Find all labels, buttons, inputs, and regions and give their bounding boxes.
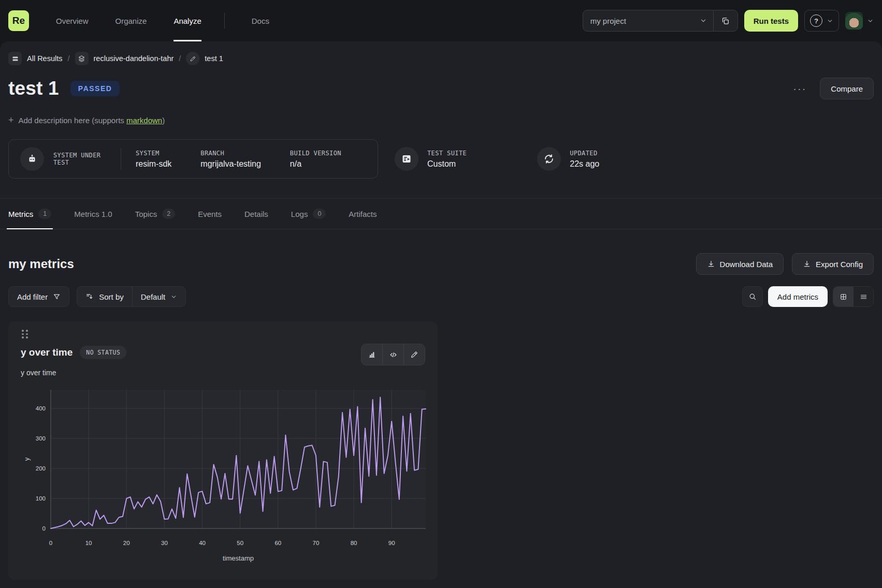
system-value: resim-sdk xyxy=(136,159,171,169)
nav-item-analyze[interactable]: Analyze xyxy=(173,0,201,41)
edit-metric-button[interactable] xyxy=(404,344,425,365)
add-metrics-button[interactable]: Add metrics xyxy=(768,286,828,307)
bar-chart-icon xyxy=(368,350,376,359)
test-suite-icon xyxy=(395,147,418,171)
system-under-test-card: SYSTEM UNDER TEST SYSTEM resim-sdk BRANC… xyxy=(8,139,378,179)
nav-item-overview[interactable]: Overview xyxy=(56,0,89,41)
tab-topics[interactable]: Topics2 xyxy=(135,199,175,229)
chevron-down-icon xyxy=(827,18,833,24)
tab-logs-count: 0 xyxy=(313,209,326,219)
svg-text:100: 100 xyxy=(36,495,46,501)
list-icon xyxy=(860,293,867,301)
tab-artifacts[interactable]: Artifacts xyxy=(349,199,377,229)
help-icon: ? xyxy=(810,14,822,27)
user-menu[interactable] xyxy=(845,10,874,32)
tab-metrics-count: 1 xyxy=(38,209,51,219)
system-label: SYSTEM xyxy=(136,150,171,157)
build-version-value: n/a xyxy=(290,159,341,169)
svg-text:0: 0 xyxy=(42,525,46,532)
tab-metrics-1-0[interactable]: Metrics 1.0 xyxy=(74,199,112,229)
code-icon xyxy=(389,350,398,359)
tab-events[interactable]: Events xyxy=(198,199,222,229)
export-config-button[interactable]: Export Config xyxy=(792,253,874,275)
summary-build-version: BUILD VERSION n/a xyxy=(290,150,341,169)
project-selector[interactable]: my project xyxy=(583,10,738,32)
add-filter-button[interactable]: Add filter xyxy=(8,286,69,307)
copy-project-icon[interactable] xyxy=(714,17,738,25)
system-under-test-label: SYSTEM UNDER TEST xyxy=(53,152,109,166)
drag-handle-icon[interactable] xyxy=(22,330,29,339)
summary-branch: BRANCH mgrijalva-testing xyxy=(200,150,261,169)
svg-text:60: 60 xyxy=(274,540,281,546)
line-chart[interactable]: 01020304050607080900100200300400timestam… xyxy=(21,382,435,566)
plus-icon: + xyxy=(8,115,14,126)
search-button[interactable] xyxy=(742,286,763,307)
tab-topics-count: 2 xyxy=(162,209,175,219)
tab-details[interactable]: Details xyxy=(244,199,268,229)
markdown-link[interactable]: markdown xyxy=(126,116,162,125)
app-logo[interactable]: Re xyxy=(8,10,29,31)
main-panel: All Results / reclusive-dandelion-tahr /… xyxy=(0,41,882,588)
sort-icon xyxy=(85,292,94,301)
updated-block: UPDATED 22s ago xyxy=(537,139,599,179)
metric-card: y over time NO STATUS y over time 010203… xyxy=(8,321,438,580)
branch-value: mgrijalva-testing xyxy=(200,159,261,169)
breadcrumb: All Results / reclusive-dandelion-tahr /… xyxy=(8,41,874,65)
svg-text:y: y xyxy=(23,457,31,461)
download-icon xyxy=(707,260,715,268)
tab-logs[interactable]: Logs0 xyxy=(291,199,326,229)
svg-text:30: 30 xyxy=(161,540,168,546)
help-menu[interactable]: ? xyxy=(804,10,839,32)
add-description[interactable]: + Add description here (supports markdow… xyxy=(8,115,874,126)
svg-text:0: 0 xyxy=(49,540,52,546)
grid-icon xyxy=(840,293,847,301)
svg-text:50: 50 xyxy=(237,540,243,546)
svg-text:300: 300 xyxy=(36,435,46,441)
test-suite-block: TEST SUITE Custom xyxy=(395,139,467,179)
chart-subtitle: y over time xyxy=(21,369,425,377)
build-version-label: BUILD VERSION xyxy=(290,150,341,157)
nav-item-organize[interactable]: Organize xyxy=(115,0,147,41)
sort-value-dropdown[interactable]: Default xyxy=(133,287,186,306)
top-nav: Re Overview Organize Analyze Docs my pro… xyxy=(0,0,882,41)
test-suite-value: Custom xyxy=(427,159,467,169)
divider xyxy=(121,148,121,170)
breadcrumb-item-batch[interactable]: reclusive-dandelion-tahr xyxy=(94,54,174,63)
updated-label: UPDATED xyxy=(570,150,599,157)
sort-control: Sort by Default xyxy=(77,286,186,307)
download-icon xyxy=(803,260,811,268)
more-options-icon[interactable]: ··· xyxy=(793,83,806,95)
view-code-button[interactable] xyxy=(383,344,403,365)
batch-layers-icon xyxy=(75,52,89,65)
compare-button[interactable]: Compare xyxy=(820,78,874,99)
svg-text:20: 20 xyxy=(123,540,130,546)
chart-type-button[interactable] xyxy=(362,344,382,365)
chevron-down-icon xyxy=(867,18,874,24)
primary-nav: Overview Organize Analyze Docs xyxy=(29,0,269,41)
test-suite-label: TEST SUITE xyxy=(427,150,467,157)
view-toggle xyxy=(833,286,874,307)
breadcrumb-item-all-results[interactable]: All Results xyxy=(27,54,63,63)
breadcrumb-separator: / xyxy=(68,54,70,63)
robot-icon xyxy=(20,147,44,171)
project-selector-value: my project xyxy=(583,17,693,25)
svg-text:70: 70 xyxy=(313,540,320,546)
svg-text:200: 200 xyxy=(36,465,46,471)
tab-metrics[interactable]: Metrics1 xyxy=(8,199,51,229)
breadcrumb-item-test[interactable]: test 1 xyxy=(205,54,223,63)
chevron-down-icon xyxy=(170,293,177,300)
run-tests-button[interactable]: Run tests xyxy=(744,10,798,32)
summary-system: SYSTEM resim-sdk xyxy=(136,150,171,169)
metric-card-title: y over time xyxy=(21,347,73,358)
add-description-text: Add description here (supports markdown) xyxy=(19,116,165,125)
list-view-button[interactable] xyxy=(854,287,873,306)
nav-item-docs[interactable]: Docs xyxy=(252,0,269,41)
nav-divider xyxy=(224,13,225,28)
page-title: test 1 xyxy=(8,78,59,99)
sort-by-button[interactable]: Sort by xyxy=(77,287,132,306)
download-data-button[interactable]: Download Data xyxy=(696,253,784,275)
svg-text:90: 90 xyxy=(388,540,395,546)
svg-text:80: 80 xyxy=(351,540,357,546)
grid-view-button[interactable] xyxy=(833,287,853,306)
branch-label: BRANCH xyxy=(200,150,261,157)
